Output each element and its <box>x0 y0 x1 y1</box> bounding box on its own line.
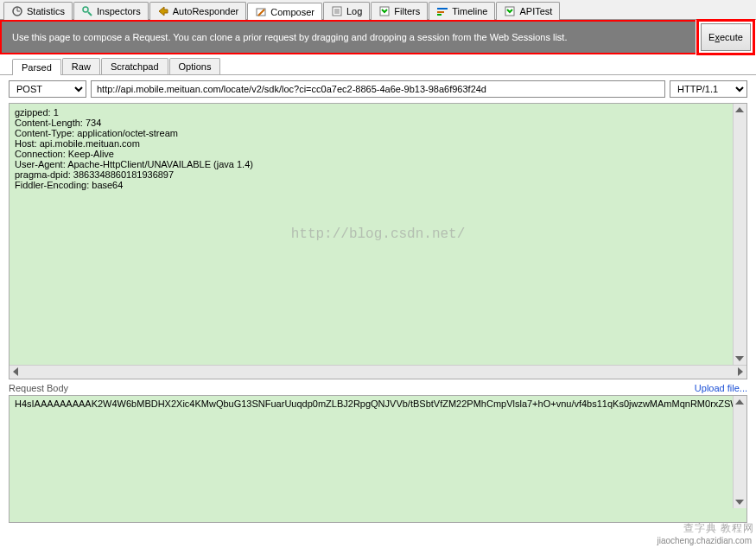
body-textarea[interactable]: H4sIAAAAAAAAAK2W4W6bMBDHX2Xic4KMwQbuG13S… <box>10 396 746 522</box>
top-tabs: Statistics Inspectors AutoResponder Comp… <box>0 0 756 20</box>
body-container: H4sIAAAAAAAAAK2W4W6bMBDHX2Xic4KMwQbuG13S… <box>9 395 747 523</box>
headers-container: gzipped: 1 Content-Length: 734 Content-T… <box>9 103 747 379</box>
tab-label: Log <box>346 6 362 16</box>
watermark: http://blog.csdn.net/ <box>291 226 466 242</box>
tab-filters[interactable]: Filters <box>371 2 428 20</box>
tab-composer[interactable]: Composer <box>247 3 322 21</box>
composer-body: POST HTTP/1.1 gzipped: 1 Content-Length:… <box>0 75 756 523</box>
tab-label: APITest <box>519 6 552 16</box>
request-body-label: Request Body <box>9 383 68 393</box>
subtab-options[interactable]: Options <box>169 58 221 74</box>
tab-label: AutoResponder <box>173 6 238 16</box>
http-version-select[interactable]: HTTP/1.1 <box>670 80 747 98</box>
headers-text: gzipped: 1 Content-Length: 734 Content-T… <box>15 107 253 190</box>
autoresponder-icon <box>157 5 169 17</box>
sub-tabs: Parsed Raw Scratchpad Options <box>0 54 756 75</box>
composer-icon <box>255 6 267 18</box>
tab-label: Statistics <box>27 6 65 16</box>
statistics-icon <box>11 5 23 17</box>
filters-icon <box>378 5 391 17</box>
log-icon <box>331 5 343 17</box>
timeline-icon <box>436 5 448 17</box>
tab-timeline[interactable]: Timeline <box>429 2 495 20</box>
subtab-scratchpad[interactable]: Scratchpad <box>101 58 168 74</box>
apitest-icon <box>504 5 516 17</box>
instruction-bar: Use this page to compose a Request. You … <box>0 20 696 54</box>
tab-label: Inspectors <box>97 6 141 16</box>
svg-point-3 <box>83 7 88 12</box>
instruction-bar-wrap: Use this page to compose a Request. You … <box>0 20 756 54</box>
tab-apitest[interactable]: APITest <box>496 2 560 20</box>
subtab-raw[interactable]: Raw <box>62 58 100 74</box>
headers-textarea[interactable]: gzipped: 1 Content-Length: 734 Content-T… <box>10 104 746 365</box>
vertical-scrollbar[interactable] <box>733 104 746 365</box>
tab-statistics[interactable]: Statistics <box>3 2 73 20</box>
tab-label: Timeline <box>452 6 487 16</box>
horizontal-scrollbar[interactable] <box>10 365 746 379</box>
http-method-select[interactable]: POST <box>9 80 86 98</box>
execute-button[interactable]: Execute <box>701 23 751 51</box>
request-line: POST HTTP/1.1 <box>9 80 747 98</box>
footer-brand-cn: 查字典 教程网 <box>683 521 754 523</box>
url-input[interactable] <box>91 80 665 98</box>
tab-inspectors[interactable]: Inspectors <box>73 2 149 20</box>
tab-autoresponder[interactable]: AutoResponder <box>149 2 246 20</box>
inspectors-icon <box>81 5 93 17</box>
vertical-scrollbar[interactable] <box>733 396 746 508</box>
tab-label: Filters <box>394 6 420 16</box>
upload-file-link[interactable]: Upload file... <box>695 383 747 393</box>
instruction-text: Use this page to compose a Request. You … <box>12 32 567 42</box>
tab-label: Composer <box>270 7 314 17</box>
svg-line-4 <box>88 12 92 16</box>
tab-log[interactable]: Log <box>323 2 370 20</box>
body-label-row: Request Body Upload file... <box>9 383 747 393</box>
subtab-parsed[interactable]: Parsed <box>12 59 61 75</box>
